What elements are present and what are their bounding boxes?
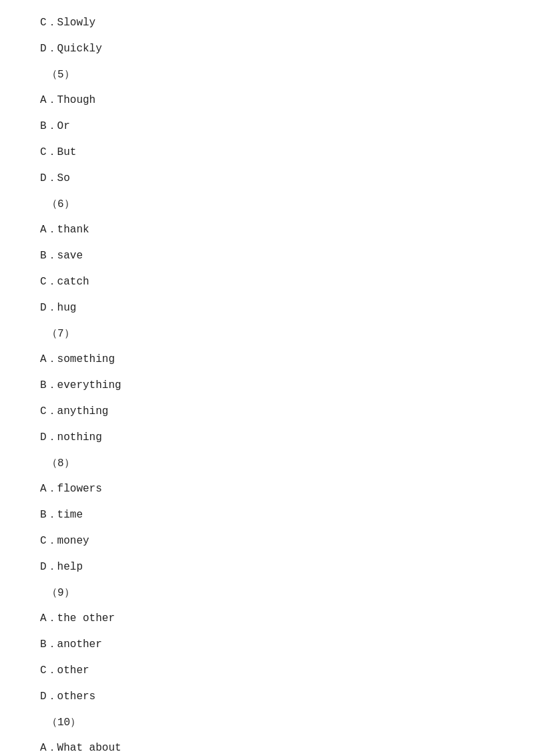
question-7: （7） xyxy=(47,325,494,344)
option-d8: D．help xyxy=(40,558,494,577)
option-c8: C．money xyxy=(40,532,494,551)
option-b8: B．time xyxy=(40,506,494,525)
option-a7: A．something xyxy=(40,350,494,369)
option-d6: D．hug xyxy=(40,299,494,318)
option-a10: A．What about xyxy=(40,739,494,756)
question-5: （5） xyxy=(47,65,494,85)
option-a9: A．the other xyxy=(40,609,494,628)
option-c6: C．catch xyxy=(40,272,494,292)
option-c7: C．anything xyxy=(40,402,494,421)
option-d4: D．Quickly xyxy=(40,39,494,59)
option-c3: C．Slowly xyxy=(40,13,494,33)
option-a6: A．thank xyxy=(40,220,494,240)
question-9: （9） xyxy=(47,584,494,603)
option-c5: C．But xyxy=(40,143,494,162)
option-b9: B．another xyxy=(40,635,494,654)
option-d7: D．nothing xyxy=(40,428,494,447)
option-c9: C．other xyxy=(40,661,494,681)
option-d9: D．others xyxy=(40,687,494,707)
option-b5: B．Or xyxy=(40,117,494,136)
option-a8: A．flowers xyxy=(40,480,494,499)
option-d5: D．So xyxy=(40,169,494,188)
question-10: （10） xyxy=(47,713,494,733)
question-6: （6） xyxy=(47,195,494,214)
option-a5: A．Though xyxy=(40,91,494,110)
option-b7: B．everything xyxy=(40,376,494,395)
option-b6: B．save xyxy=(40,246,494,266)
question-8: （8） xyxy=(47,454,494,474)
content-area: C．Slowly D．Quickly （5） A．Though B．Or C．B… xyxy=(40,13,494,756)
